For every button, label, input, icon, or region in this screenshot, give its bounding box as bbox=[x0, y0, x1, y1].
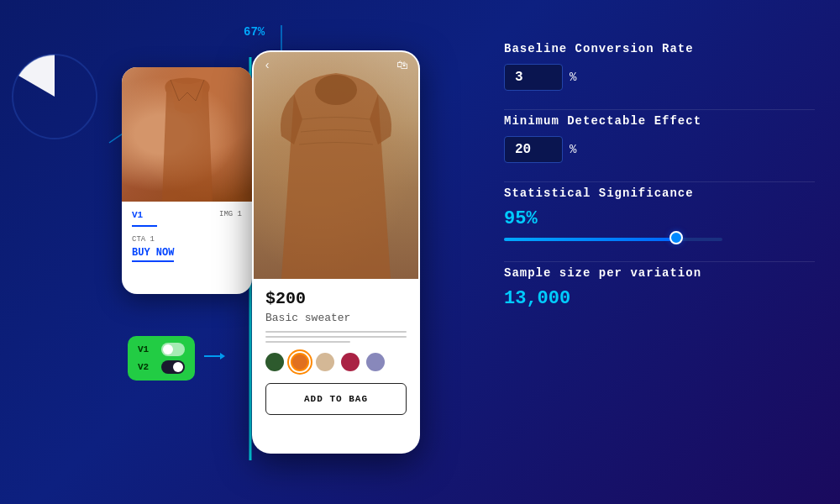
variant-toggle-box: V1 V2 bbox=[128, 336, 195, 381]
divider-1 bbox=[504, 109, 815, 110]
toggle-v2-knob bbox=[173, 362, 183, 372]
baseline-conversion-title: Baseline Conversion Rate bbox=[504, 42, 815, 55]
phone-v1-content: V1 IMG 1 CTA 1 BUY NOW bbox=[122, 202, 252, 270]
buy-now-text[interactable]: BUY NOW bbox=[132, 247, 242, 259]
v1-label: V1 bbox=[132, 210, 143, 220]
slider-thumb[interactable] bbox=[669, 231, 683, 244]
mde-section: Minimum Detectable Effect % bbox=[504, 114, 815, 163]
sample-size-value: 13,000 bbox=[504, 288, 815, 309]
baseline-conversion-section: Baseline Conversion Rate % bbox=[504, 42, 815, 91]
product-price: $200 bbox=[265, 289, 407, 308]
significance-value: 95% bbox=[504, 208, 815, 229]
phone-nav: ‹ 🛍 bbox=[254, 59, 418, 72]
sample-size-title: Sample size per variation bbox=[504, 266, 815, 280]
desc-line-3 bbox=[265, 341, 350, 343]
swatch-orange[interactable] bbox=[291, 353, 309, 371]
img-label: IMG 1 bbox=[219, 210, 242, 218]
phone-v2-mockup: ‹ 🛍 $200 Basic sweater bbox=[252, 50, 420, 454]
percent-67-label: 67% bbox=[244, 25, 265, 39]
v1-underline bbox=[132, 225, 157, 227]
toggle-v1-knob bbox=[163, 344, 173, 354]
swatch-purple[interactable] bbox=[366, 353, 385, 371]
desc-line-1 bbox=[265, 331, 407, 333]
svg-marker-2 bbox=[220, 353, 225, 360]
cta-underline bbox=[132, 260, 174, 262]
baseline-input-row: % bbox=[504, 64, 815, 91]
metrics-panel: Baseline Conversion Rate % Minimum Detec… bbox=[504, 42, 815, 328]
variant-v2-toggle[interactable] bbox=[161, 360, 185, 374]
color-swatches bbox=[265, 353, 407, 371]
variant-v1-row: V1 bbox=[138, 343, 185, 356]
swatch-red[interactable] bbox=[341, 353, 360, 371]
cta-label: CTA 1 bbox=[132, 235, 242, 244]
mde-unit: % bbox=[570, 143, 576, 156]
desc-line-2 bbox=[265, 336, 407, 338]
svg-point-5 bbox=[315, 75, 357, 105]
significance-slider[interactable] bbox=[504, 236, 722, 243]
product-info: $200 Basic sweater ADD TO BAG bbox=[254, 279, 418, 425]
significance-title: Statistical Significance bbox=[504, 186, 815, 200]
phone-v2-product-image: ‹ 🛍 bbox=[254, 52, 418, 279]
swatch-green[interactable] bbox=[265, 353, 284, 371]
sample-size-section: Sample size per variation 13,000 bbox=[504, 266, 815, 309]
back-icon[interactable]: ‹ bbox=[264, 59, 270, 72]
baseline-conversion-input[interactable] bbox=[504, 64, 563, 91]
significance-section: Statistical Significance 95% bbox=[504, 186, 815, 243]
variant-v2-row: V2 bbox=[138, 360, 185, 374]
bag-icon[interactable]: 🛍 bbox=[396, 59, 408, 72]
mde-input[interactable] bbox=[504, 136, 563, 163]
variant-v2-label: V2 bbox=[138, 362, 149, 372]
swatch-beige[interactable] bbox=[316, 353, 334, 371]
pie-chart bbox=[8, 50, 101, 143]
mde-input-row: % bbox=[504, 136, 815, 163]
divider-2 bbox=[504, 181, 815, 182]
add-to-bag-button[interactable]: ADD TO BAG bbox=[265, 383, 407, 415]
description-lines bbox=[265, 331, 407, 343]
baseline-unit: % bbox=[570, 71, 576, 84]
variant-v1-label: V1 bbox=[138, 344, 149, 354]
mde-title: Minimum Detectable Effect bbox=[504, 114, 815, 128]
divider-3 bbox=[504, 261, 815, 262]
phone-v1-product-image bbox=[122, 67, 252, 202]
product-name: Basic sweater bbox=[265, 312, 407, 324]
variant-v1-toggle[interactable] bbox=[161, 343, 185, 356]
phone-v1-mockup: V1 IMG 1 CTA 1 BUY NOW bbox=[122, 67, 252, 294]
slider-track bbox=[504, 238, 722, 241]
slider-fill bbox=[504, 238, 679, 241]
